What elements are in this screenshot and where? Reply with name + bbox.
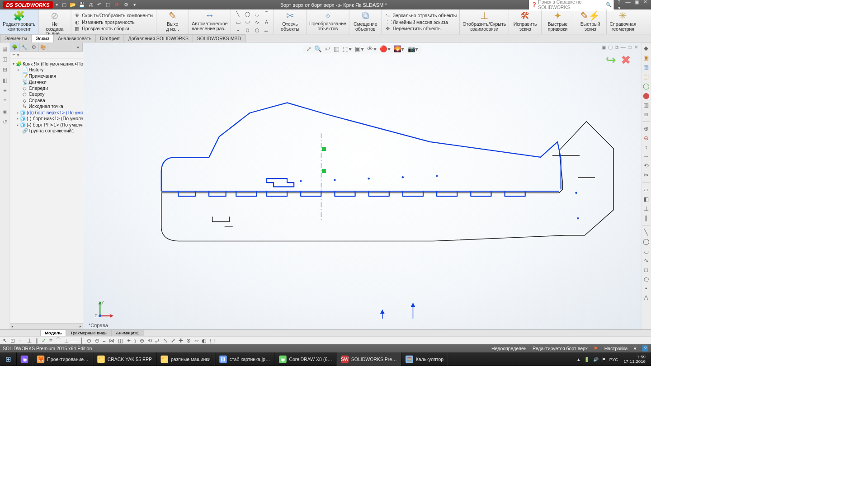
rt-7-icon[interactable]: ▥ xyxy=(643,102,649,109)
tree-node[interactable]: ▸📄History xyxy=(11,66,82,73)
fm-tab-display-icon[interactable]: 🎨 xyxy=(39,43,48,52)
tray-battery-icon[interactable]: 🔋 xyxy=(584,357,590,361)
lt-5-icon[interactable]: ✦ xyxy=(3,88,7,94)
qat-rebuild-icon[interactable]: ⟳ xyxy=(113,1,121,9)
ribbon-hide-show[interactable]: 👁Скрыть/Отобразить компоненты xyxy=(74,13,153,18)
tray-flag-icon[interactable]: ⚑ xyxy=(602,357,606,361)
start-button[interactable]: ⊞ xyxy=(0,352,16,366)
sb-3-icon[interactable]: ↔ xyxy=(19,338,24,344)
sb-26-icon[interactable]: ▱ xyxy=(194,337,198,343)
tree-twisty-icon[interactable]: ▾ xyxy=(12,61,14,66)
ribbon-smart-dimension[interactable]: ↔ Автоматическое нанесение раз... xyxy=(189,9,231,34)
rt-11-icon[interactable]: ↕ xyxy=(645,144,647,151)
rt-5-icon[interactable]: ◯ xyxy=(643,83,649,90)
status-flag-icon[interactable]: ⚑ xyxy=(594,346,598,351)
sb-6-icon[interactable]: ✓ xyxy=(42,337,46,343)
taskbar-app[interactable]: 🦊Проектирование… xyxy=(33,352,93,366)
tree-node[interactable]: 📡Датчики xyxy=(11,79,82,85)
rt-9-icon[interactable]: ⊕ xyxy=(644,125,649,132)
rt-1-icon[interactable]: ◆ xyxy=(644,45,648,52)
ribbon-edit-component[interactable]: 🧩 Редактировать компонент xyxy=(0,9,38,34)
rt-8-icon[interactable]: ⧈ xyxy=(644,111,648,118)
sb-18-icon[interactable]: ⟟ xyxy=(134,338,137,344)
qat-new-icon[interactable]: ▢ xyxy=(61,1,68,9)
sb-20-icon[interactable]: ⟲ xyxy=(147,337,152,343)
tab-sketch[interactable]: Эскиз xyxy=(31,35,54,42)
taskbar-clock[interactable]: 1:59 17.11.2016 xyxy=(622,355,648,364)
rt-22-icon[interactable]: ∿ xyxy=(644,257,649,264)
rt-26-icon[interactable]: A xyxy=(644,295,648,301)
feature-tree[interactable]: ▾🧩Кряк Як (По умолчанию<По ум▸📄History📝П… xyxy=(10,59,83,324)
tab-addins[interactable]: Добавления SOLIDWORKS xyxy=(124,35,193,42)
sb-10-icon[interactable]: — xyxy=(71,338,77,344)
ribbon-change-transparency[interactable]: ◐Изменить прозрачность xyxy=(74,19,134,24)
sb-28-icon[interactable]: ⬚ xyxy=(210,337,215,343)
sb-4-icon[interactable]: ⊥ xyxy=(27,337,32,343)
ribbon-mirror[interactable]: ⇋Зеркально отразить объекты xyxy=(385,13,457,18)
sb-13-icon[interactable]: ⊖ xyxy=(95,337,99,343)
status-custom[interactable]: Настройка xyxy=(604,346,628,351)
qat-undo-icon[interactable]: ↶ xyxy=(96,1,104,9)
ribbon-offset[interactable]: ⧉ Смещение объектов xyxy=(349,9,382,34)
rt-20-icon[interactable]: ◯ xyxy=(643,238,649,245)
graphics-area[interactable]: ⤢ 🔍 ↩ ▦ ⬚▾ ▣▾ 👁▾ 🔴▾ 🌄▾ 📷▾ ▣ ▢ ⧉ — ▭ ✕ ↪ … xyxy=(83,43,641,330)
sb-14-icon[interactable]: = xyxy=(103,338,106,344)
sb-15-icon[interactable]: ⋈ xyxy=(109,337,114,343)
ribbon-exit-sketch[interactable]: ✎ Выхо д из... xyxy=(156,9,189,34)
taskbar-app[interactable]: ◉CorelDRAW X8 (6… xyxy=(274,352,336,366)
polygon-tool-icon[interactable]: ⬠ xyxy=(253,27,262,33)
lt-2-icon[interactable]: ◫ xyxy=(2,56,7,62)
rt-14-icon[interactable]: ✂ xyxy=(644,172,649,179)
tray-volume-icon[interactable]: 🔊 xyxy=(593,357,599,361)
ribbon-repair-sketch[interactable]: 🛠 Исправить эскиз xyxy=(509,9,542,34)
circle-tool-icon[interactable]: ◯ xyxy=(243,11,252,16)
close-icon[interactable]: ✕ xyxy=(642,0,649,11)
fm-tab-expand-icon[interactable]: » xyxy=(73,43,83,52)
tree-twisty-icon[interactable]: ▸ xyxy=(16,67,20,72)
sb-2-icon[interactable]: ⊡ xyxy=(10,337,15,343)
tab-evaluate[interactable]: Анализировать xyxy=(53,35,96,42)
tab-mbd[interactable]: SOLIDWORKS MBD xyxy=(193,35,245,42)
qat-more-icon[interactable]: ▾ xyxy=(131,1,139,9)
fm-tab-config-icon[interactable]: ⚙ xyxy=(29,43,39,52)
line-tool-icon[interactable]: ╲ xyxy=(234,11,243,16)
fm-hscroll[interactable]: ◂▸ xyxy=(10,324,83,330)
tree-node[interactable]: ▸🧊(-) борт низ<1> (По умолчан xyxy=(11,115,82,122)
lt-3-icon[interactable]: ⊞ xyxy=(3,66,7,73)
rt-2-icon[interactable]: ▣ xyxy=(643,54,649,61)
qat-open-icon[interactable]: 📂 xyxy=(69,1,77,9)
rt-13-icon[interactable]: ⟲ xyxy=(644,162,649,169)
tree-node[interactable]: ◇Справа xyxy=(11,97,82,103)
tree-node[interactable]: ▾🧩Кряк Як (По умолчанию<По ум xyxy=(11,61,82,67)
plane-tool-icon[interactable]: ▱ xyxy=(262,27,271,33)
rt-4-icon[interactable]: ⬚ xyxy=(643,73,649,80)
tree-twisty-icon[interactable]: ▸ xyxy=(16,122,19,127)
ribbon-linear-pattern[interactable]: ⋮⋮Линейный массив эскиза xyxy=(385,19,448,24)
sb-8-icon[interactable]: ⌒ xyxy=(56,337,61,344)
sb-7-icon[interactable]: ≡ xyxy=(49,338,52,344)
lt-8-icon[interactable]: ↺ xyxy=(3,119,7,125)
fm-filter[interactable]: ⫧ ▼ xyxy=(10,52,83,59)
doctab-3dviews[interactable]: Трехмерные виды xyxy=(66,330,112,336)
spline-tool-icon[interactable]: ∿ xyxy=(253,19,262,24)
sb-5-icon[interactable]: ∥ xyxy=(35,337,38,343)
rectangle-tool-icon[interactable]: ▭ xyxy=(234,19,243,24)
tree-node[interactable]: ◇Спереди xyxy=(11,85,82,91)
rt-21-icon[interactable]: ◡ xyxy=(644,248,649,255)
taskbar-app[interactable]: 🧮Калькулятор xyxy=(401,352,448,366)
sb-21-icon[interactable]: ⇄ xyxy=(155,337,160,343)
sb-25-icon[interactable]: ⊗ xyxy=(186,337,191,343)
ribbon-assembly-transparency[interactable]: ▦Прозрачность сборки xyxy=(74,26,129,31)
fm-tab-prop-icon[interactable]: 🔧 xyxy=(20,43,29,52)
sb-27-icon[interactable]: ◐ xyxy=(202,337,207,343)
text-tool-icon[interactable]: A xyxy=(262,19,271,24)
rt-12-icon[interactable]: ↔ xyxy=(643,153,649,160)
tray-up-icon[interactable]: ▲ xyxy=(576,357,581,361)
sb-16-icon[interactable]: ◫ xyxy=(118,337,123,343)
fm-tab-tree-icon[interactable]: 🌳 xyxy=(10,43,20,52)
tree-node[interactable]: 🔗Группа сопряжений1 xyxy=(11,127,82,134)
slot-tool-icon[interactable]: ⬭ xyxy=(243,19,252,25)
lt-1-icon[interactable]: ▤ xyxy=(2,46,7,52)
ribbon-rapid-sketch[interactable]: ✎⚡ Быстрый эскиз xyxy=(574,9,607,34)
sb-19-icon[interactable]: ⊕ xyxy=(140,337,144,343)
